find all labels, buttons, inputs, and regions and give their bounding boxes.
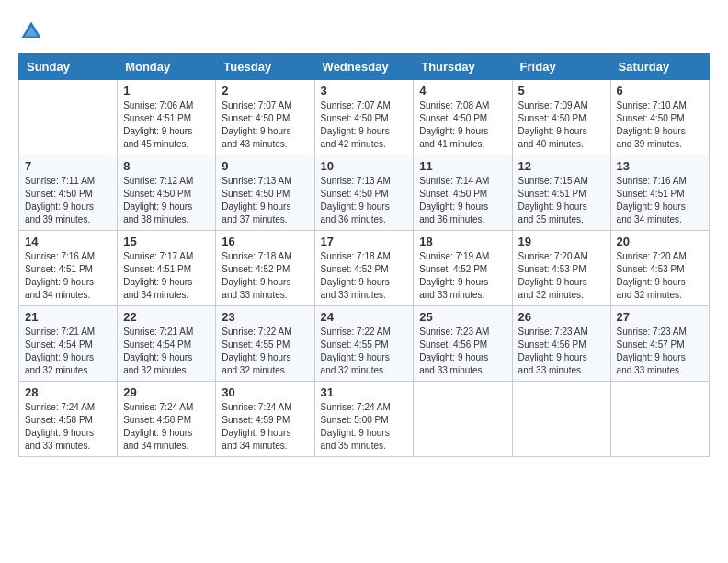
calendar-cell: 21Sunrise: 7:21 AM Sunset: 4:54 PM Dayli… xyxy=(19,306,118,382)
day-info: Sunrise: 7:22 AM Sunset: 4:55 PM Dayligh… xyxy=(321,326,408,377)
calendar-cell: 19Sunrise: 7:20 AM Sunset: 4:53 PM Dayli… xyxy=(512,231,610,306)
day-info: Sunrise: 7:20 AM Sunset: 4:53 PM Dayligh… xyxy=(518,250,605,302)
day-info: Sunrise: 7:09 AM Sunset: 4:50 PM Dayligh… xyxy=(518,99,605,151)
day-info: Sunrise: 7:24 AM Sunset: 4:59 PM Dayligh… xyxy=(222,401,308,453)
calendar-cell: 7Sunrise: 7:11 AM Sunset: 4:50 PM Daylig… xyxy=(19,155,118,231)
calendar-cell: 30Sunrise: 7:24 AM Sunset: 4:59 PM Dayli… xyxy=(216,382,314,457)
day-number: 28 xyxy=(25,385,111,399)
calendar-cell: 10Sunrise: 7:13 AM Sunset: 4:50 PM Dayli… xyxy=(314,155,414,231)
day-info: Sunrise: 7:24 AM Sunset: 4:58 PM Dayligh… xyxy=(25,401,111,453)
day-number: 18 xyxy=(419,235,506,248)
day-number: 30 xyxy=(222,385,308,399)
calendar-header-monday: Monday xyxy=(118,54,216,80)
day-number: 5 xyxy=(518,84,605,98)
day-number: 16 xyxy=(222,235,308,248)
calendar-cell: 17Sunrise: 7:18 AM Sunset: 4:52 PM Dayli… xyxy=(314,231,414,306)
day-number: 23 xyxy=(222,310,308,324)
day-number: 26 xyxy=(518,310,605,324)
day-number: 7 xyxy=(25,159,111,173)
day-info: Sunrise: 7:12 AM Sunset: 4:50 PM Dayligh… xyxy=(123,175,210,226)
calendar-cell: 14Sunrise: 7:16 AM Sunset: 4:51 PM Dayli… xyxy=(19,231,118,306)
calendar-cell: 29Sunrise: 7:24 AM Sunset: 4:58 PM Dayli… xyxy=(118,382,216,457)
calendar-cell: 8Sunrise: 7:12 AM Sunset: 4:50 PM Daylig… xyxy=(118,155,216,231)
calendar-header-thursday: Thursday xyxy=(414,54,512,80)
calendar-cell: 31Sunrise: 7:24 AM Sunset: 5:00 PM Dayli… xyxy=(314,382,414,457)
day-info: Sunrise: 7:17 AM Sunset: 4:51 PM Dayligh… xyxy=(123,250,210,302)
calendar-cell: 4Sunrise: 7:08 AM Sunset: 4:50 PM Daylig… xyxy=(414,80,512,155)
day-number: 20 xyxy=(617,235,703,248)
day-info: Sunrise: 7:16 AM Sunset: 4:51 PM Dayligh… xyxy=(25,250,111,302)
day-number: 13 xyxy=(617,159,703,173)
day-info: Sunrise: 7:07 AM Sunset: 4:50 PM Dayligh… xyxy=(321,99,408,151)
calendar-cell: 5Sunrise: 7:09 AM Sunset: 4:50 PM Daylig… xyxy=(512,80,610,155)
calendar-cell: 1Sunrise: 7:06 AM Sunset: 4:51 PM Daylig… xyxy=(118,80,216,155)
calendar-cell: 3Sunrise: 7:07 AM Sunset: 4:50 PM Daylig… xyxy=(314,80,414,155)
calendar-cell: 18Sunrise: 7:19 AM Sunset: 4:52 PM Dayli… xyxy=(414,231,512,306)
calendar-cell: 16Sunrise: 7:18 AM Sunset: 4:52 PM Dayli… xyxy=(216,231,314,306)
calendar-cell: 12Sunrise: 7:15 AM Sunset: 4:51 PM Dayli… xyxy=(512,155,610,231)
day-number: 4 xyxy=(419,84,506,98)
day-info: Sunrise: 7:18 AM Sunset: 4:52 PM Dayligh… xyxy=(222,250,308,302)
day-number: 22 xyxy=(123,310,210,324)
day-number: 3 xyxy=(321,84,408,98)
calendar-cell xyxy=(610,382,709,457)
calendar-cell: 20Sunrise: 7:20 AM Sunset: 4:53 PM Dayli… xyxy=(610,231,709,306)
day-number: 8 xyxy=(123,159,210,173)
day-number: 1 xyxy=(123,84,210,98)
calendar: SundayMondayTuesdayWednesdayThursdayFrid… xyxy=(18,53,710,457)
day-info: Sunrise: 7:16 AM Sunset: 4:51 PM Dayligh… xyxy=(617,175,703,226)
day-info: Sunrise: 7:23 AM Sunset: 4:57 PM Dayligh… xyxy=(617,326,703,377)
day-info: Sunrise: 7:21 AM Sunset: 4:54 PM Dayligh… xyxy=(25,326,111,377)
calendar-cell: 26Sunrise: 7:23 AM Sunset: 4:56 PM Dayli… xyxy=(512,306,610,382)
day-info: Sunrise: 7:10 AM Sunset: 4:50 PM Dayligh… xyxy=(617,99,703,151)
calendar-cell: 24Sunrise: 7:22 AM Sunset: 4:55 PM Dayli… xyxy=(314,306,414,382)
day-info: Sunrise: 7:22 AM Sunset: 4:55 PM Dayligh… xyxy=(222,326,308,377)
calendar-cell xyxy=(19,80,118,155)
day-number: 27 xyxy=(617,310,703,324)
day-info: Sunrise: 7:21 AM Sunset: 4:54 PM Dayligh… xyxy=(123,326,210,377)
calendar-header-tuesday: Tuesday xyxy=(216,54,314,80)
calendar-cell xyxy=(414,382,512,457)
day-info: Sunrise: 7:13 AM Sunset: 4:50 PM Dayligh… xyxy=(321,175,408,226)
day-info: Sunrise: 7:06 AM Sunset: 4:51 PM Dayligh… xyxy=(123,99,210,151)
calendar-cell: 2Sunrise: 7:07 AM Sunset: 4:50 PM Daylig… xyxy=(216,80,314,155)
day-number: 14 xyxy=(25,235,111,248)
day-info: Sunrise: 7:24 AM Sunset: 5:00 PM Dayligh… xyxy=(321,401,408,453)
calendar-header-sunday: Sunday xyxy=(19,54,118,80)
day-info: Sunrise: 7:11 AM Sunset: 4:50 PM Dayligh… xyxy=(25,175,111,226)
day-info: Sunrise: 7:23 AM Sunset: 4:56 PM Dayligh… xyxy=(419,326,506,377)
day-info: Sunrise: 7:23 AM Sunset: 4:56 PM Dayligh… xyxy=(518,326,605,377)
calendar-cell: 23Sunrise: 7:22 AM Sunset: 4:55 PM Dayli… xyxy=(216,306,314,382)
day-number: 9 xyxy=(222,159,308,173)
day-number: 15 xyxy=(123,235,210,248)
day-number: 2 xyxy=(222,84,308,98)
calendar-cell: 28Sunrise: 7:24 AM Sunset: 4:58 PM Dayli… xyxy=(19,382,118,457)
day-info: Sunrise: 7:18 AM Sunset: 4:52 PM Dayligh… xyxy=(321,250,408,302)
day-number: 10 xyxy=(321,159,408,173)
day-number: 11 xyxy=(419,159,506,173)
calendar-cell: 22Sunrise: 7:21 AM Sunset: 4:54 PM Dayli… xyxy=(118,306,216,382)
day-info: Sunrise: 7:07 AM Sunset: 4:50 PM Dayligh… xyxy=(222,99,308,151)
day-info: Sunrise: 7:20 AM Sunset: 4:53 PM Dayligh… xyxy=(617,250,703,302)
page-header xyxy=(18,18,710,44)
calendar-cell: 15Sunrise: 7:17 AM Sunset: 4:51 PM Dayli… xyxy=(118,231,216,306)
day-info: Sunrise: 7:15 AM Sunset: 4:51 PM Dayligh… xyxy=(518,175,605,226)
day-info: Sunrise: 7:14 AM Sunset: 4:50 PM Dayligh… xyxy=(419,175,506,226)
day-number: 12 xyxy=(518,159,605,173)
day-number: 31 xyxy=(321,385,408,399)
calendar-header-friday: Friday xyxy=(512,54,610,80)
day-number: 29 xyxy=(123,385,210,399)
day-number: 19 xyxy=(518,235,605,248)
day-info: Sunrise: 7:19 AM Sunset: 4:52 PM Dayligh… xyxy=(419,250,506,302)
calendar-header-saturday: Saturday xyxy=(610,54,709,80)
calendar-header-wednesday: Wednesday xyxy=(314,54,414,80)
day-info: Sunrise: 7:13 AM Sunset: 4:50 PM Dayligh… xyxy=(222,175,308,226)
day-info: Sunrise: 7:08 AM Sunset: 4:50 PM Dayligh… xyxy=(419,99,506,151)
day-number: 24 xyxy=(321,310,408,324)
day-number: 25 xyxy=(419,310,506,324)
day-info: Sunrise: 7:24 AM Sunset: 4:58 PM Dayligh… xyxy=(123,401,210,453)
calendar-cell: 13Sunrise: 7:16 AM Sunset: 4:51 PM Dayli… xyxy=(610,155,709,231)
calendar-cell xyxy=(512,382,610,457)
calendar-cell: 9Sunrise: 7:13 AM Sunset: 4:50 PM Daylig… xyxy=(216,155,314,231)
day-number: 17 xyxy=(321,235,408,248)
